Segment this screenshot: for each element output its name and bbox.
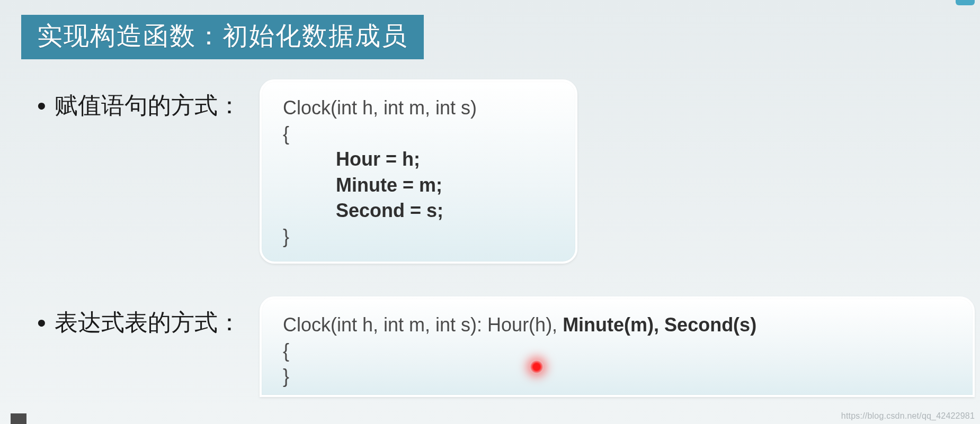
code-box-assignment: Clock(int h, int m, int s) { Hour = h; M… [260, 79, 577, 264]
code1-line5: Second = s; [283, 198, 554, 224]
dark-edge [11, 413, 26, 424]
code2-line3: } [283, 364, 951, 390]
code1-line6: } [283, 224, 554, 250]
bullet-2-label: 表达式表的方式： [37, 307, 241, 338]
bullet-1-label: 赋值语句的方式： [37, 90, 241, 121]
code1-line4: Minute = m; [283, 173, 554, 199]
watermark: https://blog.csdn.net/qq_42422981 [841, 411, 975, 421]
slide-title: 实现构造函数：初始化数据成员 [21, 15, 424, 59]
code2-line1-plain: Clock(int h, int m, int s): Hour(h), [283, 314, 563, 336]
code2-line1-bold: Minute(m), Second(s) [563, 314, 756, 336]
bullet-row-1: 赋值语句的方式： [37, 90, 241, 121]
code1-line2: { [283, 121, 554, 147]
code1-line3: Hour = h; [283, 147, 554, 173]
top-accent [956, 0, 975, 5]
code1-line1: Clock(int h, int m, int s) [283, 95, 554, 121]
code2-line2: { [283, 338, 951, 364]
bullet-row-2: 表达式表的方式： [37, 307, 241, 338]
code-box-initializer-list: Clock(int h, int m, int s): Hour(h), Min… [260, 296, 975, 397]
code2-line1: Clock(int h, int m, int s): Hour(h), Min… [283, 312, 951, 338]
slide: 实现构造函数：初始化数据成员 赋值语句的方式： Clock(int h, int… [0, 0, 980, 424]
laser-pointer-icon [530, 360, 544, 374]
